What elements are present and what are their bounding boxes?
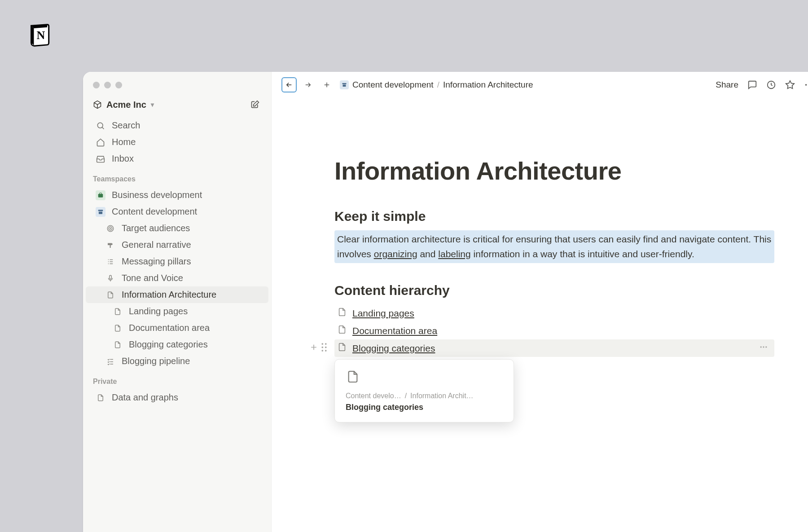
home-icon	[96, 138, 105, 147]
page-tone-voice[interactable]: Tone and Voice	[86, 270, 268, 286]
svg-point-19	[325, 346, 327, 348]
subpage-link-blogging[interactable]: Blogging categories	[334, 339, 774, 357]
svg-point-23	[763, 346, 764, 347]
block-more-button[interactable]	[759, 343, 772, 354]
star-icon	[785, 80, 795, 90]
svg-rect-3	[98, 210, 103, 211]
archive-icon	[340, 80, 349, 89]
breadcrumb: Content development / Information Archit…	[340, 80, 533, 90]
page-messaging-pillars[interactable]: Messaging pillars	[86, 253, 268, 270]
link-label: Documentation area	[352, 325, 437, 336]
compose-icon	[250, 100, 259, 109]
link-labeling[interactable]: labeling	[438, 249, 470, 259]
page-information-architecture[interactable]: Information Architecture	[86, 286, 268, 303]
page-icon	[337, 342, 347, 354]
page-content: Information Architecture Keep it simple …	[272, 98, 808, 375]
page-general-narrative[interactable]: General narrative	[86, 237, 268, 253]
page-blogging-pipeline[interactable]: Blogging pipeline	[86, 353, 268, 369]
svg-rect-8	[110, 245, 111, 248]
forward-button[interactable]	[300, 77, 316, 92]
traffic-light-minimize[interactable]	[104, 82, 111, 88]
traffic-light-close[interactable]	[93, 82, 100, 88]
svg-point-1	[97, 123, 103, 128]
arrow-right-icon	[304, 81, 312, 89]
heading-content-hierarchy[interactable]: Content hierarchy	[334, 283, 774, 298]
page-label: Data and graphs	[112, 392, 178, 403]
page-icon	[113, 308, 123, 316]
search-icon	[96, 121, 105, 130]
page-icon	[105, 291, 115, 299]
subpage-list: Landing pages Documentation area	[334, 304, 774, 357]
page-icon	[96, 394, 105, 402]
back-button[interactable]	[281, 77, 297, 92]
page-target-audiences[interactable]: Target audiences	[86, 220, 268, 237]
nav-label: Inbox	[112, 154, 134, 164]
chevron-down-icon: ▾	[151, 101, 154, 108]
grip-icon	[321, 343, 327, 352]
favorite-button[interactable]	[785, 80, 795, 90]
page-preview-popup: Content develo… / Information Archit… Bl…	[334, 359, 514, 375]
add-button[interactable]	[319, 77, 334, 92]
nav-label: Home	[112, 137, 136, 147]
teamspace-business-dev[interactable]: Business development	[86, 187, 268, 203]
subpage-link-documentation[interactable]: Documentation area	[334, 322, 774, 339]
drag-handle[interactable]	[321, 343, 327, 354]
page-icon	[113, 341, 123, 349]
private-data-graphs[interactable]: Data and graphs	[86, 389, 268, 406]
page-title[interactable]: Information Architecture	[334, 156, 774, 185]
main-panel: Content development / Information Archit…	[272, 72, 808, 532]
heading-keep-simple[interactable]: Keep it simple	[334, 209, 774, 224]
subpage-link-landing[interactable]: Landing pages	[334, 304, 774, 322]
nav-inbox[interactable]: Inbox	[86, 150, 268, 167]
svg-rect-9	[110, 275, 112, 279]
plus-icon	[309, 343, 318, 352]
page-label: Landing pages	[129, 306, 188, 317]
page-label: Blogging categories	[129, 339, 208, 350]
svg-point-21	[325, 350, 327, 352]
subpage-blogging-categories[interactable]: Blogging categories	[86, 336, 268, 353]
nav-search[interactable]: Search	[86, 117, 268, 134]
target-icon	[105, 224, 115, 233]
new-page-button[interactable]	[249, 98, 261, 111]
text-segment: information in a way that is intuitive a…	[471, 249, 694, 259]
subpage-landing-pages[interactable]: Landing pages	[86, 303, 268, 320]
updates-button[interactable]	[766, 80, 776, 90]
teamspace-label: Content development	[112, 207, 197, 217]
paragraph-intro[interactable]: Clear information architecture is critic…	[334, 230, 774, 263]
page-icon	[337, 307, 347, 319]
page-icon	[337, 325, 347, 337]
add-block-button[interactable]	[309, 343, 318, 354]
svg-point-24	[765, 346, 767, 347]
subpage-documentation-area[interactable]: Documentation area	[86, 320, 268, 336]
briefcase-icon	[96, 190, 105, 200]
breadcrumb-current[interactable]: Information Architecture	[443, 80, 533, 90]
svg-point-22	[760, 346, 762, 347]
page-label: Tone and Voice	[122, 273, 183, 283]
comments-button[interactable]	[747, 80, 757, 90]
svg-point-17	[325, 343, 327, 345]
comment-icon	[747, 80, 757, 90]
page-icon	[113, 324, 123, 332]
nav-label: Search	[112, 120, 140, 131]
page-label: Documentation area	[129, 323, 210, 333]
page-label: General narrative	[122, 240, 191, 250]
dots-icon	[804, 80, 808, 90]
svg-point-7	[110, 228, 111, 229]
teamspace-content-dev[interactable]: Content development	[86, 203, 268, 220]
notion-logo: N	[27, 22, 53, 50]
link-organizing[interactable]: organizing	[374, 249, 417, 259]
traffic-light-zoom[interactable]	[115, 82, 122, 88]
share-button[interactable]: Share	[716, 80, 738, 90]
nav-home[interactable]: Home	[86, 134, 268, 150]
more-button[interactable]	[804, 80, 808, 90]
svg-rect-2	[98, 194, 103, 198]
breadcrumb-parent[interactable]: Content development	[352, 80, 434, 90]
svg-rect-10	[343, 83, 347, 84]
breadcrumb-separator: /	[437, 80, 439, 90]
section-teamspaces: Teamspaces	[83, 167, 271, 187]
dots-icon	[759, 343, 768, 352]
svg-point-13	[805, 84, 807, 86]
workspace-switcher[interactable]: Acme Inc ▾	[93, 100, 154, 110]
app-window: Acme Inc ▾ Search Home	[83, 72, 808, 532]
window-controls	[83, 77, 271, 97]
